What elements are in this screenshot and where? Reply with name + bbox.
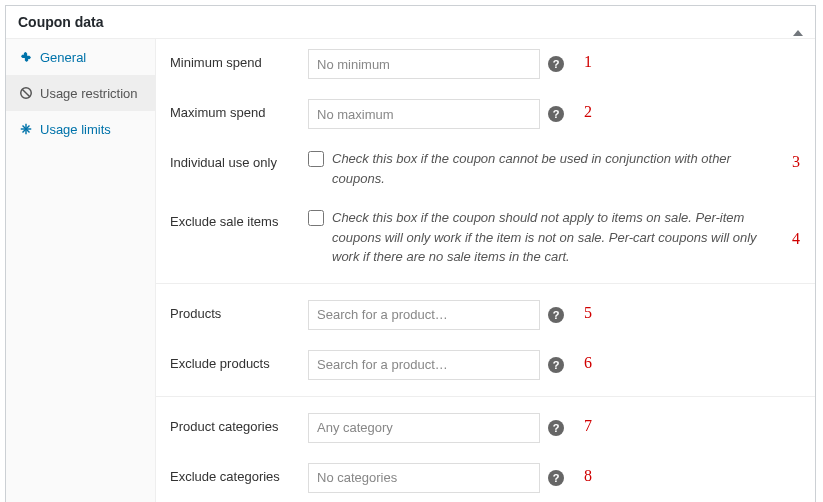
label-maximum-spend: Maximum spend [170,99,308,120]
label-exclude-categories: Exclude categories [170,463,308,484]
exclude-products-select[interactable]: Search for a product… [308,350,540,380]
individual-use-description: Check this box if the coupon cannot be u… [332,149,772,188]
sidebar-item-general[interactable]: General [6,39,155,75]
annotation-number: 6 [584,354,592,372]
row-exclude-categories: Exclude categories No categories ? 8 [156,453,815,503]
help-icon[interactable]: ? [548,56,564,72]
annotation-number: 5 [584,304,592,322]
limits-icon [18,121,34,137]
divider [156,396,815,397]
panel-body: General Usage restriction Usage limits M… [6,39,815,502]
row-product-categories: Product categories Any category ? 7 [156,403,815,453]
minimum-spend-input[interactable] [308,49,540,79]
exclude-categories-select[interactable]: No categories [308,463,540,493]
product-categories-select[interactable]: Any category [308,413,540,443]
annotation-number: 1 [584,53,592,71]
label-products: Products [170,300,308,321]
row-products: Products Search for a product… ? 5 [156,290,815,340]
ticket-icon [18,49,34,65]
row-minimum-spend: Minimum spend ? 1 [156,39,815,89]
sidebar-item-label: General [40,50,86,65]
label-product-categories: Product categories [170,413,308,434]
exclude-sale-description: Check this box if the coupon should not … [332,208,772,267]
label-individual-use: Individual use only [170,149,308,170]
annotation-number: 8 [584,467,592,485]
collapse-icon[interactable] [793,15,803,30]
individual-use-checkbox[interactable] [308,151,324,167]
row-individual-use: Individual use only Check this box if th… [156,139,815,198]
annotation-number: 2 [584,103,592,121]
coupon-data-panel: Coupon data General Usage restriction [5,5,816,502]
sidebar-item-label: Usage limits [40,122,111,137]
row-exclude-products: Exclude products Search for a product… ?… [156,340,815,390]
annotation-number: 4 [792,230,800,248]
panel-title: Coupon data [18,14,104,30]
panel-header[interactable]: Coupon data [6,6,815,39]
content-area: Minimum spend ? 1 Maximum spend ? 2 Indi… [156,39,815,502]
label-exclude-sale: Exclude sale items [170,208,308,229]
maximum-spend-input[interactable] [308,99,540,129]
annotation-number: 3 [792,153,800,171]
sidebar-item-usage-restriction[interactable]: Usage restriction [6,75,155,111]
products-select[interactable]: Search for a product… [308,300,540,330]
help-icon[interactable]: ? [548,420,564,436]
help-icon[interactable]: ? [548,106,564,122]
row-maximum-spend: Maximum spend ? 2 [156,89,815,139]
label-exclude-products: Exclude products [170,350,308,371]
sidebar-item-label: Usage restriction [40,86,138,101]
svg-line-1 [22,89,30,97]
row-exclude-sale: Exclude sale items Check this box if the… [156,198,815,277]
sidebar: General Usage restriction Usage limits [6,39,156,502]
divider [156,283,815,284]
help-icon[interactable]: ? [548,470,564,486]
help-icon[interactable]: ? [548,357,564,373]
label-minimum-spend: Minimum spend [170,49,308,70]
sidebar-item-usage-limits[interactable]: Usage limits [6,111,155,147]
ban-icon [18,85,34,101]
exclude-sale-checkbox[interactable] [308,210,324,226]
help-icon[interactable]: ? [548,307,564,323]
annotation-number: 7 [584,417,592,435]
